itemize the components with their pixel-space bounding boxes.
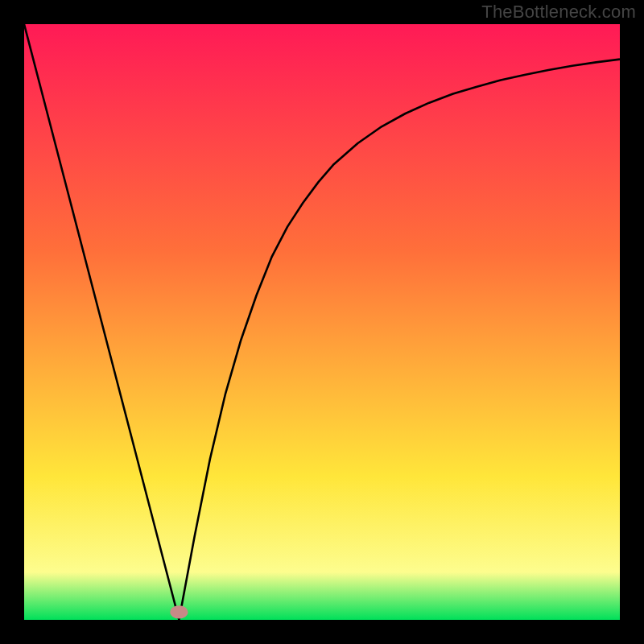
minimum-marker: [170, 605, 188, 618]
bottleneck-chart: [24, 24, 620, 620]
watermark-label: TheBottleneck.com: [481, 2, 636, 23]
plot-area: [24, 24, 620, 620]
gradient-background: [24, 24, 620, 620]
